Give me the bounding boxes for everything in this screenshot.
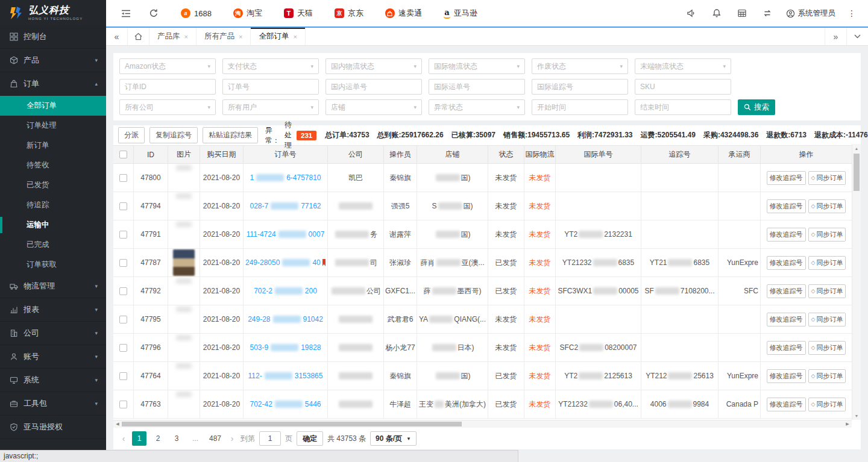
order-number-link[interactable]: 702-2200 (254, 287, 317, 295)
sync-order-button[interactable]: ◇同步订单 (808, 313, 846, 326)
sync-order-button[interactable]: ◇同步订单 (808, 369, 846, 383)
edit-tracking-button[interactable]: 修改追踪号 (767, 284, 806, 298)
sidebar-item-公司[interactable]: 公司▾ (0, 322, 106, 345)
toolbar-button-分派[interactable]: 分派 (118, 127, 145, 143)
order-number-link[interactable]: 111-47240007 (247, 230, 325, 239)
scroll-left-icon[interactable]: ◀ (113, 420, 122, 428)
sidebar-item-亚马逊授权[interactable]: 亚马逊授权 (0, 416, 106, 439)
sidebar-subitem-已完成[interactable]: 已完成 (0, 235, 106, 255)
filter-input-国际运单号[interactable] (429, 79, 525, 95)
sidebar-item-控制台[interactable]: 控制台 (0, 25, 106, 49)
order-number-link[interactable]: 112-3153865 (248, 372, 323, 380)
announcement-icon[interactable] (681, 4, 702, 22)
order-number-link[interactable]: 249-2805040 (245, 258, 321, 267)
scroll-down-icon[interactable]: ▼ (852, 411, 861, 420)
product-thumbnail[interactable] (173, 249, 195, 276)
sidebar-item-报表[interactable]: 报表▾ (0, 298, 106, 322)
next-page-icon[interactable]: › (228, 434, 236, 443)
exchange-rate-icon[interactable] (757, 4, 778, 22)
filter-input-订单号[interactable] (222, 79, 319, 95)
filter-select-店铺[interactable]: 店铺▾ (326, 99, 422, 115)
more-menu-icon[interactable]: ⋮ (844, 8, 860, 18)
toolbar-button-复制追踪号[interactable]: 复制追踪号 (149, 127, 198, 143)
order-number-link[interactable]: 028-777162 (250, 202, 321, 210)
home-tab-icon[interactable] (128, 28, 149, 45)
filter-select-国际物流状态[interactable]: 国际物流状态▾ (429, 58, 525, 74)
order-number-link[interactable]: 702-425446 (250, 400, 321, 408)
close-tab-icon[interactable]: × (184, 33, 188, 40)
refresh-icon[interactable] (145, 4, 163, 22)
horizontal-scrollbar[interactable]: ◀ ▶ (113, 420, 852, 428)
filter-select-国内物流状态[interactable]: 国内物流状态▾ (326, 58, 422, 74)
edit-tracking-button[interactable]: 修改追踪号 (767, 256, 806, 270)
filter-select-Amazon状态[interactable]: Amazon状态▾ (119, 58, 216, 74)
sidebar-subitem-已发货[interactable]: 已发货 (0, 175, 106, 195)
filter-select-所有公司[interactable]: 所有公司▾ (119, 99, 216, 115)
tab-全部订单[interactable]: 全部订单× (251, 28, 305, 45)
scroll-up-icon[interactable]: ▲ (852, 144, 861, 152)
edit-tracking-button[interactable]: 修改追踪号 (767, 228, 806, 242)
sync-order-button[interactable]: ◇同步订单 (808, 256, 846, 270)
sidebar-subitem-订单获取[interactable]: 订单获取 (0, 255, 106, 275)
collapse-sidebar-icon[interactable] (117, 4, 135, 22)
page-487[interactable]: 487 (207, 431, 224, 446)
collapse-tabbar-icon[interactable] (846, 28, 868, 45)
user-menu[interactable]: 系统管理员 (782, 8, 840, 19)
horizontal-scroll-thumb[interactable] (122, 422, 462, 426)
sidebar-subitem-全部订单[interactable]: 全部订单 (0, 96, 106, 116)
sync-order-button[interactable]: ◇同步订单 (808, 228, 846, 242)
pending-count-badge[interactable]: 231 (297, 131, 316, 140)
sync-order-button[interactable]: ◇同步订单 (808, 284, 846, 298)
filter-input-订单ID[interactable] (119, 79, 216, 95)
sidebar-subitem-待追踪[interactable]: 待追踪 (0, 195, 106, 215)
close-tab-icon[interactable]: × (239, 33, 242, 40)
order-number-link[interactable]: 16-4757810 (250, 173, 321, 182)
filter-input-开始时间[interactable] (532, 99, 628, 115)
platform-link-淘宝[interactable]: 淘淘宝 (233, 8, 262, 19)
filter-select-所有用户[interactable]: 所有用户▾ (222, 99, 319, 115)
prev-page-icon[interactable]: ‹ (119, 434, 128, 443)
page-3[interactable]: 3 (169, 431, 184, 446)
row-checkbox[interactable] (119, 202, 127, 210)
sync-order-button[interactable]: ◇同步订单 (808, 199, 846, 213)
select-all-checkbox[interactable] (119, 151, 127, 158)
edit-tracking-button[interactable]: 修改追踪号 (767, 398, 806, 411)
confirm-page-button[interactable]: 确定 (297, 431, 323, 446)
platform-link-京东[interactable]: 京京东 (335, 8, 363, 19)
edit-tracking-button[interactable]: 修改追踪号 (767, 341, 806, 355)
order-number-link[interactable]: 503-919828 (250, 343, 321, 352)
sync-order-button[interactable]: ◇同步订单 (808, 171, 846, 185)
sidebar-item-订单[interactable]: 订单▴ (0, 72, 106, 96)
sync-order-button[interactable]: ◇同步订单 (808, 398, 846, 411)
row-checkbox[interactable] (119, 316, 127, 323)
row-checkbox[interactable] (119, 401, 127, 408)
filter-input-国际追踪号[interactable] (532, 79, 628, 95)
edit-tracking-button[interactable]: 修改追踪号 (767, 171, 806, 185)
sidebar-subitem-待签收[interactable]: 待签收 (0, 155, 106, 175)
row-checkbox[interactable] (119, 287, 127, 295)
sidebar-item-系统[interactable]: 系统▾ (0, 369, 106, 392)
sidebar-item-物流管理[interactable]: 物流管理▾ (0, 275, 106, 298)
row-checkbox[interactable] (119, 344, 127, 352)
sidebar-subitem-运输中[interactable]: 运输中 (0, 215, 106, 235)
vertical-scrollbar[interactable]: ▲ ▼ (852, 144, 861, 420)
filter-select-末端物流状态[interactable]: 末端物流状态▾ (635, 58, 731, 74)
filter-select-作废状态[interactable]: 作废状态▾ (532, 58, 628, 74)
toolbar-button-粘贴追踪结果[interactable]: 粘贴追踪结果 (203, 127, 258, 143)
row-checkbox[interactable] (119, 174, 127, 182)
platform-link-天猫[interactable]: T天猫 (284, 8, 313, 19)
sidebar-item-工具包[interactable]: 工具包▾ (0, 392, 106, 416)
page-1[interactable]: 1 (132, 431, 146, 446)
edit-tracking-button[interactable]: 修改追踪号 (767, 199, 806, 213)
edit-tracking-button[interactable]: 修改追踪号 (767, 369, 806, 383)
row-checkbox[interactable] (119, 259, 127, 267)
scroll-tabs-left-icon[interactable]: « (106, 28, 128, 45)
sidebar-item-账号[interactable]: 账号▾ (0, 345, 106, 369)
search-button[interactable]: 搜索 (738, 99, 775, 115)
page-2[interactable]: 2 (151, 431, 165, 446)
tab-actions-icon[interactable]: » (825, 28, 846, 45)
filter-select-异常状态[interactable]: 异常状态▾ (429, 99, 525, 115)
platform-link-速卖通[interactable]: 速卖通 (385, 8, 422, 19)
tab-产品库[interactable]: 产品库× (149, 28, 197, 45)
sidebar-subitem-订单处理[interactable]: 订单处理 (0, 116, 106, 136)
